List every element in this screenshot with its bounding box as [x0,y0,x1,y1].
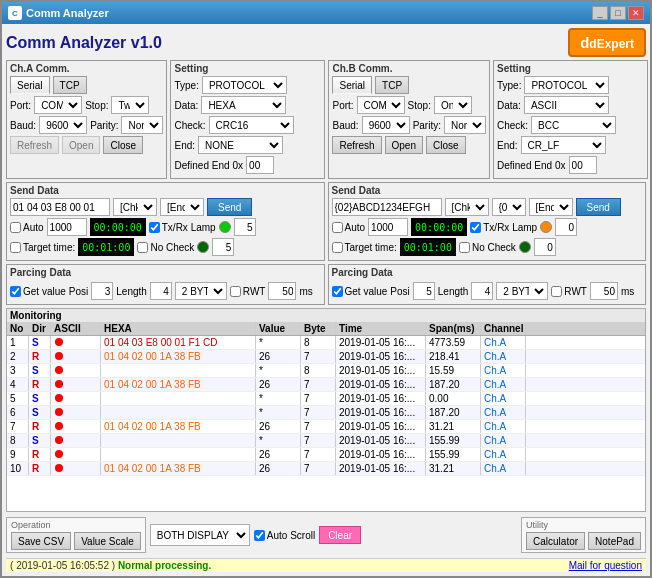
send-a-auto-label: Auto [10,222,44,233]
status-left: ( 2019-01-05 16:05:52 ) Normal processin… [10,560,211,571]
ch-b-close-button[interactable]: Close [426,136,466,154]
clear-button[interactable]: Clear [319,526,361,544]
setting-a-data-select[interactable]: HEXA [201,96,286,114]
ch-b-serial-tab[interactable]: Serial [332,76,372,94]
ch-a-port-select[interactable]: COM4 [34,96,82,114]
send-b-auto-checkbox[interactable] [332,222,343,233]
setting-b-end-select[interactable]: CR_LF [521,136,606,154]
display-select[interactable]: BOTH DISPLAY [150,524,250,546]
parcing-b-rwt-checkbox[interactable] [551,286,562,297]
ch-b-tcp-tab[interactable]: TCP [375,76,409,94]
setting-a-hex-input[interactable] [246,156,274,174]
calculator-button[interactable]: Calculator [526,532,585,550]
app-title: Comm Analyzer v1.0 [6,34,162,52]
op-title: Operation [11,520,141,530]
send-a-chk-select[interactable]: [Chk] [113,198,157,216]
notepad-button[interactable]: NotePad [588,532,641,550]
send-b-chk-select[interactable]: [Chk] [445,198,489,216]
status-right: Mail for question [569,560,642,571]
ch-b-refresh-button[interactable]: Refresh [332,136,381,154]
parcing-b-getvalue-checkbox[interactable] [332,286,343,297]
setting-a-end-select[interactable]: NONE [198,136,283,154]
ch-a-stop-select[interactable]: Two [111,96,149,114]
setting-b-data-label: Data: [497,100,521,111]
table-row: 2 R 01 04 02 00 1A 38 FB 26 7 2019-01-05… [7,350,645,364]
table-row: 5 S * 7 2019-01-05 16:... 0.00 Ch.A [7,392,645,406]
ch-b-parity-select[interactable]: None [444,116,486,134]
ch-b-port-select[interactable]: COM2 [357,96,405,114]
operations-bar: Operation Save CSV Value Scale BOTH DISP… [6,515,646,555]
close-button[interactable]: ✕ [628,6,644,20]
send-b-nocheck-checkbox[interactable] [459,242,470,253]
send-b-txrx-checkbox[interactable] [470,222,481,233]
parcing-b-panel: Parcing Data Get value Posi Length 2 BYT… [328,264,647,305]
send-a-title: Send Data [10,185,321,196]
auto-scroll-checkbox[interactable] [254,530,265,541]
setting-b-data-select[interactable]: ASCII [524,96,609,114]
parcing-a-rwt-checkbox[interactable] [230,286,241,297]
send-b-chk-val-select[interactable]: {03} [492,198,526,216]
send-b-check-count[interactable] [534,238,556,256]
mail-link[interactable]: Mail for question [569,560,642,571]
setting-b-hex-input[interactable] [569,156,597,174]
parcing-a-title: Parcing Data [10,267,71,278]
parcing-b-byte-select[interactable]: 2 BYTE [496,282,548,300]
setting-b-type-select[interactable]: PROTOCOL [524,76,609,94]
ch-b-open-button[interactable]: Open [385,136,423,154]
send-a-end-select[interactable]: [End] [160,198,204,216]
ch-a-close-button[interactable]: Close [103,136,143,154]
send-a-txrx-checkbox[interactable] [149,222,160,233]
parcing-a-rwt[interactable] [268,282,296,300]
ch-a-open-button[interactable]: Open [62,136,100,154]
send-b-target-checkbox[interactable] [332,242,343,253]
parcing-b-posi[interactable] [413,282,435,300]
parcing-a-posi[interactable] [91,282,113,300]
save-csv-button[interactable]: Save CSV [11,532,71,550]
send-a-time: 00:00:00 [90,218,146,236]
monitoring-body[interactable]: 1 S 01 04 03 E8 00 01 F1 CD * 8 2019-01-… [7,336,645,511]
send-a-button[interactable]: Send [207,198,252,216]
ch-a-tcp-tab[interactable]: TCP [53,76,87,94]
send-a-input[interactable] [10,198,110,216]
send-b-title: Send Data [332,185,643,196]
setting-b-check-select[interactable]: BCC [531,116,616,134]
setting-a-type-select[interactable]: PROTOCOL [202,76,287,94]
col-header-no: No [7,322,29,335]
send-b-txrx-count[interactable] [555,218,577,236]
send-b-button[interactable]: Send [576,198,621,216]
parcing-a-byte-select[interactable]: 2 BYTE [175,282,227,300]
send-a-txrx-count[interactable] [234,218,256,236]
ch-a-refresh-button[interactable]: Refresh [10,136,59,154]
setting-b-check-label: Check: [497,120,528,131]
send-a-interval[interactable] [47,218,87,236]
minimize-button[interactable]: _ [592,6,608,20]
send-a-target-checkbox[interactable] [10,242,21,253]
ch-b-stop-select[interactable]: One [434,96,472,114]
parcing-b-length[interactable] [471,282,493,300]
operation-group: Operation Save CSV Value Scale [6,517,146,553]
value-scale-button[interactable]: Value Scale [74,532,141,550]
send-b-input[interactable] [332,198,442,216]
setting-a-type-label: Type: [174,80,198,91]
send-b-end-select[interactable]: [End] [529,198,573,216]
setting-b-defined-label: Defined End [497,160,552,171]
maximize-button[interactable]: □ [610,6,626,20]
send-b-interval[interactable] [368,218,408,236]
ch-a-baud-select[interactable]: 9600 [39,116,87,134]
main-window: C Comm Analyzer _ □ ✕ Comm Analyzer v1.0… [0,0,652,578]
col-header-byte: Byte [301,322,336,335]
send-a-check-count[interactable] [212,238,234,256]
setting-a-check-select[interactable]: CRC16 [209,116,294,134]
parcing-b-rwt[interactable] [590,282,618,300]
ch-a-baud-label: Baud: [10,120,36,131]
send-a-nocheck-checkbox[interactable] [137,242,148,253]
send-a-auto-checkbox[interactable] [10,222,21,233]
setting-a-end-label: End: [174,140,195,151]
ch-b-baud-select[interactable]: 9600 [362,116,410,134]
ch-a-parity-select[interactable]: None [121,116,163,134]
parcing-a-getvalue-checkbox[interactable] [10,286,21,297]
parcing-a-length[interactable] [150,282,172,300]
ch-b-stop-label: Stop: [408,100,431,111]
ch-a-serial-tab[interactable]: Serial [10,76,50,94]
ch-b-port-label: Port: [332,100,353,111]
